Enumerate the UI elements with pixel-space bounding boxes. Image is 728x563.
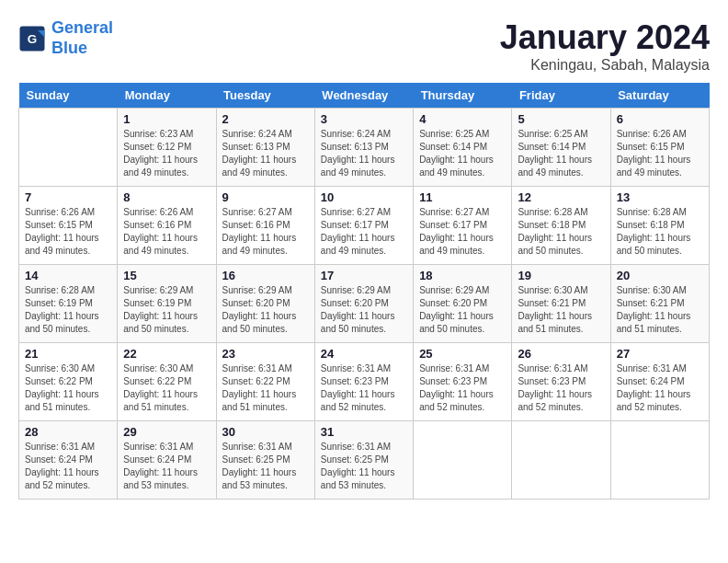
day-number: 24 bbox=[321, 347, 407, 361]
day-info: Sunrise: 6:27 AMSunset: 6:17 PMDaylight:… bbox=[419, 206, 506, 258]
day-cell: 19Sunrise: 6:30 AMSunset: 6:21 PMDayligh… bbox=[512, 265, 610, 343]
day-cell: 4Sunrise: 6:25 AMSunset: 6:14 PMDaylight… bbox=[414, 109, 512, 187]
day-cell: 24Sunrise: 6:31 AMSunset: 6:23 PMDayligh… bbox=[314, 343, 413, 421]
svg-text:G: G bbox=[28, 31, 38, 45]
day-info: Sunrise: 6:29 AMSunset: 6:20 PMDaylight:… bbox=[222, 284, 309, 336]
day-cell: 13Sunrise: 6:28 AMSunset: 6:18 PMDayligh… bbox=[610, 187, 709, 265]
day-number: 28 bbox=[25, 425, 111, 439]
day-info: Sunrise: 6:26 AMSunset: 6:15 PMDaylight:… bbox=[25, 206, 111, 258]
day-cell bbox=[19, 109, 118, 187]
week-row-3: 14Sunrise: 6:28 AMSunset: 6:19 PMDayligh… bbox=[19, 265, 710, 343]
header-cell-saturday: Saturday bbox=[610, 83, 709, 109]
header-cell-friday: Friday bbox=[512, 83, 610, 109]
day-number: 11 bbox=[419, 190, 506, 204]
day-cell: 21Sunrise: 6:30 AMSunset: 6:22 PMDayligh… bbox=[19, 343, 118, 421]
header-cell-thursday: Thursday bbox=[414, 83, 512, 109]
day-info: Sunrise: 6:23 AMSunset: 6:12 PMDaylight:… bbox=[123, 128, 210, 179]
header-cell-sunday: Sunday bbox=[19, 83, 118, 109]
day-info: Sunrise: 6:30 AMSunset: 6:21 PMDaylight:… bbox=[518, 284, 604, 336]
day-cell: 29Sunrise: 6:31 AMSunset: 6:24 PMDayligh… bbox=[118, 421, 216, 500]
day-info: Sunrise: 6:25 AMSunset: 6:14 PMDaylight:… bbox=[419, 128, 506, 179]
day-info: Sunrise: 6:29 AMSunset: 6:20 PMDaylight:… bbox=[419, 284, 506, 336]
day-cell: 27Sunrise: 6:31 AMSunset: 6:24 PMDayligh… bbox=[610, 343, 709, 421]
day-cell: 12Sunrise: 6:28 AMSunset: 6:18 PMDayligh… bbox=[512, 187, 610, 265]
day-cell: 18Sunrise: 6:29 AMSunset: 6:20 PMDayligh… bbox=[414, 265, 512, 343]
day-number: 15 bbox=[123, 269, 210, 282]
day-cell: 10Sunrise: 6:27 AMSunset: 6:17 PMDayligh… bbox=[314, 187, 413, 265]
day-info: Sunrise: 6:31 AMSunset: 6:23 PMDaylight:… bbox=[518, 362, 604, 414]
day-cell: 6Sunrise: 6:26 AMSunset: 6:15 PMDaylight… bbox=[610, 109, 709, 187]
day-cell: 30Sunrise: 6:31 AMSunset: 6:25 PMDayligh… bbox=[216, 421, 314, 500]
day-number: 21 bbox=[25, 347, 111, 361]
header-cell-monday: Monday bbox=[118, 83, 216, 109]
day-cell: 11Sunrise: 6:27 AMSunset: 6:17 PMDayligh… bbox=[414, 187, 512, 265]
week-row-1: 1Sunrise: 6:23 AMSunset: 6:12 PMDaylight… bbox=[19, 109, 710, 187]
day-cell: 20Sunrise: 6:30 AMSunset: 6:21 PMDayligh… bbox=[610, 265, 709, 343]
header: G General Blue January 2024 Keningau, Sa… bbox=[18, 18, 710, 74]
day-cell: 22Sunrise: 6:30 AMSunset: 6:22 PMDayligh… bbox=[118, 343, 216, 421]
day-info: Sunrise: 6:31 AMSunset: 6:23 PMDaylight:… bbox=[321, 362, 407, 414]
day-number: 13 bbox=[617, 190, 703, 204]
logo-general: General bbox=[51, 18, 113, 37]
day-info: Sunrise: 6:31 AMSunset: 6:25 PMDaylight:… bbox=[321, 441, 407, 492]
day-cell: 14Sunrise: 6:28 AMSunset: 6:19 PMDayligh… bbox=[19, 265, 118, 343]
day-number: 16 bbox=[222, 269, 309, 282]
day-cell bbox=[512, 421, 610, 500]
day-info: Sunrise: 6:29 AMSunset: 6:19 PMDaylight:… bbox=[123, 284, 210, 336]
header-cell-tuesday: Tuesday bbox=[216, 83, 314, 109]
day-cell: 31Sunrise: 6:31 AMSunset: 6:25 PMDayligh… bbox=[314, 421, 413, 500]
logo-blue: Blue bbox=[51, 39, 87, 57]
day-info: Sunrise: 6:24 AMSunset: 6:13 PMDaylight:… bbox=[321, 128, 407, 179]
day-info: Sunrise: 6:30 AMSunset: 6:22 PMDaylight:… bbox=[25, 362, 111, 414]
day-cell: 5Sunrise: 6:25 AMSunset: 6:14 PMDaylight… bbox=[512, 109, 610, 187]
day-number: 27 bbox=[617, 347, 703, 361]
day-number: 9 bbox=[222, 190, 309, 204]
day-info: Sunrise: 6:27 AMSunset: 6:16 PMDaylight:… bbox=[222, 206, 309, 258]
day-number: 2 bbox=[222, 112, 309, 126]
day-cell: 15Sunrise: 6:29 AMSunset: 6:19 PMDayligh… bbox=[118, 265, 216, 343]
day-info: Sunrise: 6:31 AMSunset: 6:24 PMDaylight:… bbox=[123, 441, 210, 492]
day-info: Sunrise: 6:31 AMSunset: 6:24 PMDaylight:… bbox=[25, 441, 111, 492]
day-number: 18 bbox=[419, 269, 506, 282]
day-number: 4 bbox=[419, 112, 506, 126]
day-info: Sunrise: 6:31 AMSunset: 6:25 PMDaylight:… bbox=[222, 441, 309, 492]
day-number: 8 bbox=[123, 190, 210, 204]
day-info: Sunrise: 6:31 AMSunset: 6:23 PMDaylight:… bbox=[419, 362, 506, 414]
day-number: 3 bbox=[321, 112, 407, 126]
day-info: Sunrise: 6:25 AMSunset: 6:14 PMDaylight:… bbox=[518, 128, 604, 179]
day-number: 5 bbox=[518, 112, 604, 126]
day-info: Sunrise: 6:28 AMSunset: 6:18 PMDaylight:… bbox=[518, 206, 604, 258]
day-info: Sunrise: 6:26 AMSunset: 6:15 PMDaylight:… bbox=[617, 128, 703, 179]
day-cell: 23Sunrise: 6:31 AMSunset: 6:22 PMDayligh… bbox=[216, 343, 314, 421]
calendar-subtitle: Keningau, Sabah, Malaysia bbox=[500, 57, 710, 74]
day-number: 31 bbox=[321, 425, 407, 439]
day-cell: 16Sunrise: 6:29 AMSunset: 6:20 PMDayligh… bbox=[216, 265, 314, 343]
day-number: 17 bbox=[321, 269, 407, 282]
day-number: 19 bbox=[518, 269, 604, 282]
day-info: Sunrise: 6:29 AMSunset: 6:20 PMDaylight:… bbox=[321, 284, 407, 336]
day-number: 29 bbox=[123, 425, 210, 439]
day-info: Sunrise: 6:26 AMSunset: 6:16 PMDaylight:… bbox=[123, 206, 210, 258]
day-cell: 17Sunrise: 6:29 AMSunset: 6:20 PMDayligh… bbox=[314, 265, 413, 343]
day-number: 10 bbox=[321, 190, 407, 204]
day-cell: 7Sunrise: 6:26 AMSunset: 6:15 PMDaylight… bbox=[19, 187, 118, 265]
day-cell: 3Sunrise: 6:24 AMSunset: 6:13 PMDaylight… bbox=[314, 109, 413, 187]
logo: G General Blue bbox=[18, 18, 113, 58]
day-info: Sunrise: 6:31 AMSunset: 6:22 PMDaylight:… bbox=[222, 362, 309, 414]
week-row-2: 7Sunrise: 6:26 AMSunset: 6:15 PMDaylight… bbox=[19, 187, 710, 265]
day-info: Sunrise: 6:31 AMSunset: 6:24 PMDaylight:… bbox=[617, 362, 703, 414]
day-number: 12 bbox=[518, 190, 604, 204]
day-info: Sunrise: 6:28 AMSunset: 6:18 PMDaylight:… bbox=[617, 206, 703, 258]
day-number: 30 bbox=[222, 425, 309, 439]
day-cell: 1Sunrise: 6:23 AMSunset: 6:12 PMDaylight… bbox=[118, 109, 216, 187]
title-area: January 2024 Keningau, Sabah, Malaysia bbox=[500, 18, 710, 74]
day-number: 23 bbox=[222, 347, 309, 361]
day-info: Sunrise: 6:30 AMSunset: 6:22 PMDaylight:… bbox=[123, 362, 210, 414]
day-info: Sunrise: 6:30 AMSunset: 6:21 PMDaylight:… bbox=[617, 284, 703, 336]
day-number: 6 bbox=[617, 112, 703, 126]
day-info: Sunrise: 6:24 AMSunset: 6:13 PMDaylight:… bbox=[222, 128, 309, 179]
day-cell: 26Sunrise: 6:31 AMSunset: 6:23 PMDayligh… bbox=[512, 343, 610, 421]
header-row: SundayMondayTuesdayWednesdayThursdayFrid… bbox=[19, 83, 710, 109]
calendar-title: January 2024 bbox=[500, 18, 710, 57]
day-cell: 8Sunrise: 6:26 AMSunset: 6:16 PMDaylight… bbox=[118, 187, 216, 265]
